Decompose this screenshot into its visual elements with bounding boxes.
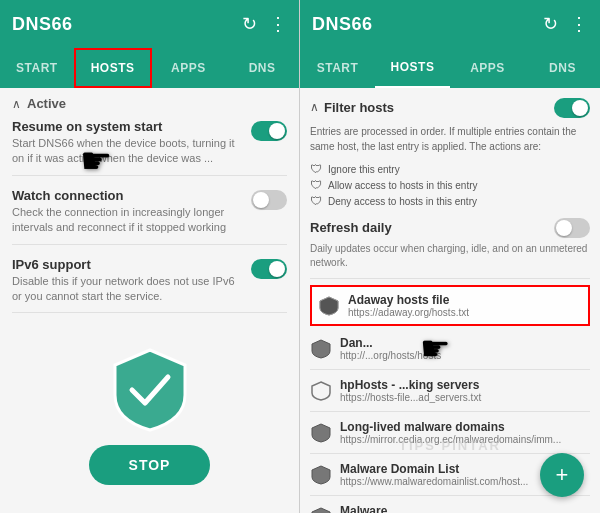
setting-row-resume: Resume on system start Start DNS66 when … bbox=[12, 119, 287, 176]
right-tab-start[interactable]: START bbox=[300, 48, 375, 88]
left-tab-dns[interactable]: DNS bbox=[225, 48, 299, 88]
filter-options-list: 🛡 Ignore this entry 🛡 Allow access to ho… bbox=[310, 162, 590, 208]
filter-option-ignore: 🛡 Ignore this entry bbox=[310, 162, 590, 176]
stop-button[interactable]: STOP bbox=[89, 445, 211, 485]
malware2-shield-icon bbox=[310, 506, 332, 513]
setting-row-watch: Watch connection Check the connection in… bbox=[12, 188, 287, 245]
host-item-hphosts[interactable]: hpHosts - ...king servers https://hosts-… bbox=[310, 370, 590, 412]
right-app-title: DNS66 bbox=[312, 14, 373, 35]
left-refresh-icon[interactable]: ↻ bbox=[242, 13, 257, 35]
left-top-bar: DNS66 ↻ ⋮ bbox=[0, 0, 299, 48]
left-app-title: DNS66 bbox=[12, 14, 73, 35]
host-item-dan[interactable]: Dan... http://...org/hosts/hosts bbox=[310, 328, 590, 370]
dan-shield-icon bbox=[310, 338, 332, 360]
deny-shield-icon: 🛡 bbox=[310, 194, 322, 208]
right-top-bar-icons: ↻ ⋮ bbox=[543, 13, 588, 35]
right-tab-apps[interactable]: APPS bbox=[450, 48, 525, 88]
right-tab-hosts[interactable]: HOSTS bbox=[375, 48, 450, 88]
filter-chevron-icon: ∧ bbox=[310, 100, 319, 114]
toggle-watch[interactable] bbox=[251, 190, 287, 210]
right-top-bar: DNS66 ↻ ⋮ bbox=[300, 0, 600, 48]
active-chevron-icon: ∧ bbox=[12, 97, 21, 111]
left-content: ∧ Active Resume on system start Start DN… bbox=[0, 88, 299, 513]
toggle-resume[interactable] bbox=[251, 121, 287, 141]
shield-container bbox=[12, 325, 287, 445]
toggle-refresh-daily[interactable] bbox=[554, 218, 590, 238]
right-more-icon[interactable]: ⋮ bbox=[570, 13, 588, 35]
left-more-icon[interactable]: ⋮ bbox=[269, 13, 287, 35]
toggle-ipv6[interactable] bbox=[251, 259, 287, 279]
left-panel: DNS66 ↻ ⋮ START HOSTS APPS DNS ∧ Acti bbox=[0, 0, 300, 513]
left-tab-apps[interactable]: APPS bbox=[152, 48, 226, 88]
toggle-filter[interactable] bbox=[554, 98, 590, 118]
fab-add-button[interactable]: + bbox=[540, 453, 584, 497]
filter-option-deny: 🛡 Deny access to hosts in this entry bbox=[310, 194, 590, 208]
host-item-malware2[interactable]: Malware... bbox=[310, 496, 590, 513]
setting-row-ipv6: IPv6 support Disable this if your networ… bbox=[12, 257, 287, 314]
longlived-shield-icon bbox=[310, 422, 332, 444]
adaway-shield-icon bbox=[318, 295, 340, 317]
allow-shield-icon: 🛡 bbox=[310, 178, 322, 192]
left-top-bar-icons: ↻ ⋮ bbox=[242, 13, 287, 35]
left-active-section: ∧ Active bbox=[12, 96, 287, 111]
filter-option-allow: 🛡 Allow access to hosts in this entry bbox=[310, 178, 590, 192]
host-item-longlived[interactable]: Long-lived malware domains https://mirro… bbox=[310, 412, 590, 454]
ignore-shield-icon: 🛡 bbox=[310, 162, 322, 176]
filter-hosts-header: ∧ Filter hosts bbox=[310, 96, 590, 118]
shield-check-icon bbox=[110, 345, 190, 435]
hphosts-shield-icon bbox=[310, 380, 332, 402]
right-refresh-icon[interactable]: ↻ bbox=[543, 13, 558, 35]
right-panel: DNS66 ↻ ⋮ START HOSTS APPS DNS bbox=[300, 0, 600, 513]
left-tab-start[interactable]: START bbox=[0, 48, 74, 88]
host-item-adaway[interactable]: Adaway hosts file https://adaway.org/hos… bbox=[310, 285, 590, 326]
right-content: ∧ Filter hosts Entries are processed in … bbox=[300, 88, 600, 513]
refresh-daily-row: Refresh daily bbox=[310, 216, 590, 238]
right-tab-dns[interactable]: DNS bbox=[525, 48, 600, 88]
right-nav-tabs: START HOSTS APPS DNS bbox=[300, 48, 600, 88]
malwaredomain-shield-icon bbox=[310, 464, 332, 486]
left-tab-hosts[interactable]: HOSTS bbox=[74, 48, 152, 88]
left-nav-tabs: START HOSTS APPS DNS bbox=[0, 48, 299, 88]
divider bbox=[310, 278, 590, 279]
